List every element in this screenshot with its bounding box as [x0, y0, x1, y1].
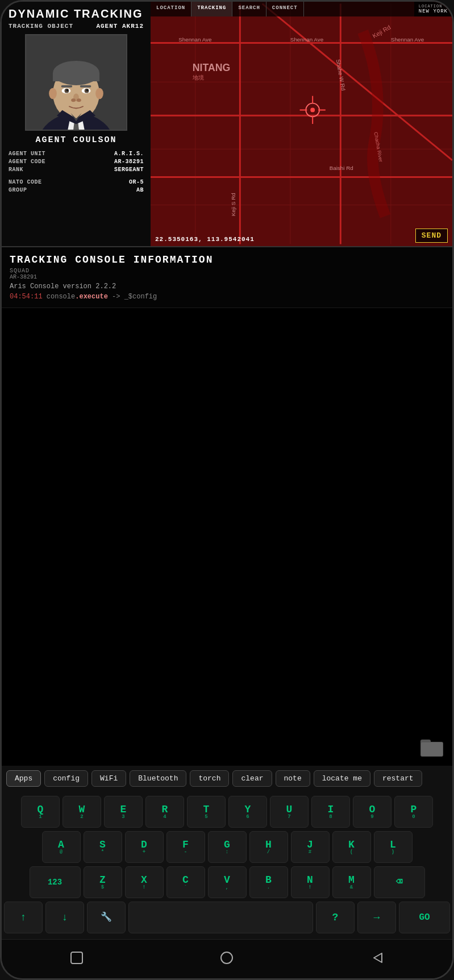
- key-right[interactable]: →: [357, 902, 396, 933]
- map-location-badge: LOCATION NEW YORK: [414, 2, 452, 16]
- quick-btn-torch[interactable]: torch: [190, 770, 229, 787]
- rank-label: RANK: [9, 167, 23, 173]
- console-log-arrow: ->: [108, 293, 124, 301]
- map-nav: LOCATION TRACKING SEARCH CONNECT LOCATIO…: [151, 2, 452, 16]
- key-g[interactable]: G:: [208, 831, 247, 863]
- map-panel: LOCATION TRACKING SEARCH CONNECT LOCATIO…: [151, 2, 452, 246]
- svg-rect-59: [421, 742, 443, 756]
- key-o[interactable]: O9: [353, 796, 391, 828]
- key-row-2: A@ S* D+ F- G: H/ J# K( L): [4, 831, 450, 863]
- map-send-button[interactable]: SEND: [415, 229, 448, 243]
- key-m[interactable]: M&: [332, 866, 371, 898]
- tracking-object-value: AGENT AKR12: [96, 23, 144, 30]
- key-e[interactable]: E3: [104, 796, 143, 828]
- keyboard-area: Apps config WiFi Bluetooth torch clear n…: [2, 766, 452, 939]
- key-space[interactable]: [128, 902, 313, 933]
- key-z[interactable]: Z$: [84, 866, 122, 898]
- console-log-param: _$config: [124, 293, 157, 301]
- key-w[interactable]: W2: [63, 796, 101, 828]
- svg-point-12: [66, 89, 68, 92]
- console-log-execute: .execute: [75, 293, 108, 301]
- svg-marker-62: [374, 953, 382, 962]
- key-go[interactable]: GO: [399, 902, 450, 933]
- key-k[interactable]: K(: [332, 831, 371, 863]
- nav-square-icon[interactable]: [66, 948, 87, 968]
- nato-value: OR-5: [129, 179, 144, 185]
- info-row-group: GROUP AB: [9, 187, 144, 193]
- key-row-bottom: ↑ ↓ 🔧 ? → GO: [4, 902, 450, 933]
- nav-back-icon[interactable]: [367, 948, 388, 968]
- map-svg: Keji Rd Shennan Ave Shennan Ave Shennan …: [151, 2, 452, 246]
- key-c[interactable]: C`: [166, 866, 205, 898]
- info-row-rank: RANK SERGEANT: [9, 167, 144, 173]
- phone-shell: DYNAMIC TRACKING TRACKING OBJECT AGENT A…: [0, 0, 454, 980]
- key-123[interactable]: 123: [30, 866, 81, 898]
- code-label: AGENT CODE: [9, 159, 45, 165]
- svg-point-17: [71, 98, 76, 102]
- info-row-unit: AGENT UNIT A.R.I.S.: [9, 151, 144, 157]
- key-i[interactable]: I8: [311, 796, 350, 828]
- svg-point-13: [86, 89, 89, 92]
- key-a[interactable]: A@: [42, 831, 81, 863]
- folder-icon[interactable]: [420, 737, 443, 757]
- quick-btn-apps[interactable]: Apps: [6, 770, 41, 787]
- map-nav-location[interactable]: LOCATION: [151, 2, 191, 16]
- unit-label: AGENT UNIT: [9, 151, 45, 157]
- console-version: Aris Console version 2.2.2: [10, 283, 444, 290]
- key-j[interactable]: J#: [291, 831, 330, 863]
- key-u[interactable]: U7: [270, 796, 309, 828]
- quick-btn-locate-me[interactable]: locate me: [314, 770, 370, 787]
- quick-btn-restart[interactable]: restart: [374, 770, 422, 787]
- agent-name: AGENT COULSON: [9, 135, 144, 145]
- svg-text:Shennan Ave: Shennan Ave: [290, 36, 324, 43]
- quick-btn-config[interactable]: config: [44, 770, 88, 787]
- svg-text:Baishi Rd: Baishi Rd: [330, 165, 353, 171]
- tracking-object-label: TRACKING OBJECT: [9, 23, 73, 30]
- key-d[interactable]: D+: [125, 831, 164, 863]
- key-wrench[interactable]: 🔧: [87, 902, 126, 933]
- map-nav-tracking[interactable]: TRACKING: [191, 2, 232, 16]
- svg-rect-60: [71, 952, 82, 964]
- quick-btn-note[interactable]: note: [276, 770, 310, 787]
- rank-value: SERGEANT: [114, 167, 144, 173]
- quick-btn-clear[interactable]: clear: [232, 770, 272, 787]
- map-nav-right: LOCATION NEW YORK: [414, 2, 452, 16]
- svg-text:Shennan Ave: Shennan Ave: [178, 36, 212, 43]
- info-row-nato: NATO CODE OR-5: [9, 179, 144, 185]
- unit-value: A.R.I.S.: [114, 151, 144, 157]
- quick-btn-wifi[interactable]: WiFi: [91, 770, 126, 787]
- key-t[interactable]: T5: [187, 796, 226, 828]
- quick-btn-bluetooth[interactable]: Bluetooth: [130, 770, 186, 787]
- key-n[interactable]: N!: [291, 866, 330, 898]
- agent-panel: DYNAMIC TRACKING TRACKING OBJECT AGENT A…: [2, 2, 151, 246]
- map-nav-connect[interactable]: CONNECT: [266, 2, 304, 16]
- tracking-object-row: TRACKING OBJECT AGENT AKR12: [9, 23, 144, 30]
- nav-circle-icon[interactable]: [216, 948, 237, 968]
- key-p[interactable]: P0: [394, 796, 433, 828]
- console-log-line: 04:54:11 console.execute -> _$config: [10, 293, 444, 301]
- key-q[interactable]: Q1: [21, 796, 60, 828]
- key-l[interactable]: L): [374, 831, 413, 863]
- console-log-method: console: [47, 293, 75, 301]
- key-b[interactable]: B.: [249, 866, 288, 898]
- key-row-1: Q1 W2 E3 R4 T5 Y6 U7 I8 O9 P0: [4, 796, 450, 828]
- key-down[interactable]: ↓: [45, 902, 84, 933]
- key-row-3: 123 Z$ X! C` V, B. N! M& ⌫: [4, 866, 450, 898]
- black-spacer: [2, 308, 452, 766]
- console-section: TRACKING CONSOLE INFORMATION SQUAD AR-38…: [2, 247, 452, 308]
- key-y[interactable]: Y6: [228, 796, 267, 828]
- key-x[interactable]: X!: [125, 866, 164, 898]
- key-question[interactable]: ?: [316, 902, 355, 933]
- top-section: DYNAMIC TRACKING TRACKING OBJECT AGENT A…: [2, 2, 452, 247]
- info-grid: AGENT UNIT A.R.I.S. AGENT CODE AR-38291 …: [9, 151, 144, 195]
- key-r[interactable]: R4: [145, 796, 184, 828]
- key-up[interactable]: ↑: [4, 902, 43, 933]
- map-nav-search[interactable]: SEARCH: [232, 2, 266, 16]
- key-backspace[interactable]: ⌫: [374, 866, 425, 898]
- key-v[interactable]: V,: [208, 866, 247, 898]
- key-s[interactable]: S*: [84, 831, 122, 863]
- key-h[interactable]: H/: [249, 831, 288, 863]
- key-f[interactable]: F-: [166, 831, 205, 863]
- svg-rect-15: [80, 85, 91, 88]
- agent-photo: [25, 34, 127, 131]
